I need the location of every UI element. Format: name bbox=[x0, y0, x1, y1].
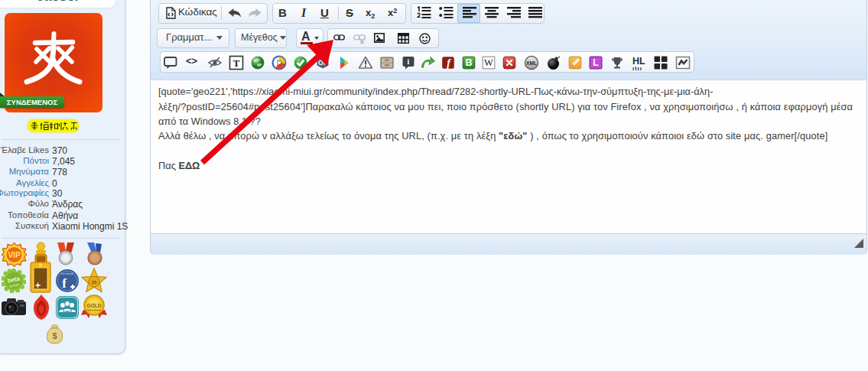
svg-text:XML: XML bbox=[526, 60, 537, 66]
svg-text:f: f bbox=[62, 276, 67, 291]
svg-text:VIP: VIP bbox=[8, 251, 20, 259]
svg-text:T: T bbox=[233, 57, 240, 69]
svg-text:GOLD: GOLD bbox=[87, 303, 102, 308]
svg-text:facebook: facebook bbox=[61, 272, 73, 275]
svg-text:L: L bbox=[593, 57, 598, 68]
svg-text:i: i bbox=[408, 57, 410, 66]
svg-text:15: 15 bbox=[92, 280, 97, 285]
svg-text:MEMBER: MEMBER bbox=[87, 308, 101, 312]
svg-text:OF: OF bbox=[318, 59, 327, 67]
svg-text:B: B bbox=[465, 57, 472, 68]
svg-text:W: W bbox=[484, 57, 493, 68]
svg-text:$: $ bbox=[52, 331, 57, 340]
